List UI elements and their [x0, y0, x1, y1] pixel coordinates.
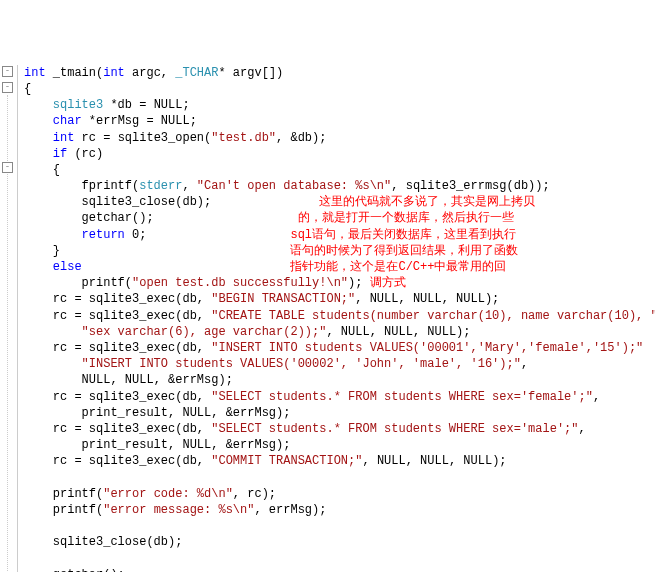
code-text: ,: [398, 292, 412, 306]
code-text: ,: [413, 325, 427, 339]
string: "SELECT students.* FROM students WHERE s…: [211, 390, 593, 404]
comment: 调方式: [370, 276, 406, 290]
null: NULL: [125, 373, 154, 387]
code-text: ,: [326, 325, 340, 339]
code-text: ;: [190, 114, 197, 128]
code-text: rc = sqlite3_exec(db,: [24, 309, 211, 323]
code-text: );: [485, 292, 499, 306]
code-text: rc = sqlite3_exec(db,: [24, 422, 211, 436]
null: NULL: [420, 454, 449, 468]
code-text: [24, 228, 82, 242]
keyword: int: [53, 131, 75, 145]
code-text: *db =: [103, 98, 153, 112]
code-text: , &db);: [276, 131, 326, 145]
code-text: , &errMsg);: [154, 373, 233, 387]
string: "INSERT INTO students VALUES('00002', 'J…: [24, 357, 521, 371]
ident: stderr: [139, 179, 182, 193]
fold-box[interactable]: -: [2, 162, 13, 173]
null: NULL: [456, 292, 485, 306]
code-text: ,: [449, 454, 463, 468]
string: "INSERT INTO students VALUES('00001','Ma…: [211, 341, 643, 355]
code-text: , errMsg);: [254, 503, 326, 517]
code-text: [24, 147, 53, 161]
code-text: {: [24, 163, 60, 177]
keyword: if: [53, 147, 67, 161]
code-text: getchar();: [24, 568, 125, 572]
code-text: rc = sqlite3_exec(db,: [24, 454, 211, 468]
code-text: printf(: [24, 503, 103, 517]
keyword: return: [82, 228, 125, 242]
code-text: sqlite3: [24, 98, 103, 112]
code-text: ,: [182, 179, 196, 193]
null: NULL: [370, 292, 399, 306]
null: NULL: [341, 325, 370, 339]
code-text: rc = sqlite3_exec(db,: [24, 292, 211, 306]
code-text: ;: [182, 98, 189, 112]
code-text: 0;: [125, 228, 147, 242]
string: "error code: %d\n": [103, 487, 233, 501]
string: "test.db": [211, 131, 276, 145]
code-text: rc = sqlite3_open(: [74, 131, 211, 145]
code-text: }: [24, 244, 60, 258]
code-text: [24, 260, 53, 274]
null: NULL: [377, 454, 406, 468]
null: NULL: [182, 438, 211, 452]
code-text: getchar();: [24, 211, 154, 225]
string: "error message: %s\n": [103, 503, 254, 517]
code-text: printf(: [24, 276, 132, 290]
code-text: print_result,: [24, 406, 182, 420]
string: "BEGIN TRANSACTION;": [211, 292, 355, 306]
null: NULL: [161, 114, 190, 128]
comment: 这里的代码就不多说了，其实是网上拷贝: [319, 195, 535, 209]
keyword: int: [103, 66, 125, 80]
code-text: , &errMsg);: [211, 406, 290, 420]
code-text: );: [348, 276, 362, 290]
code-text: ,: [362, 454, 376, 468]
code-text: rc = sqlite3_exec(db,: [24, 390, 211, 404]
code-text: ,: [406, 454, 420, 468]
null: NULL: [427, 325, 456, 339]
fold-box[interactable]: -: [2, 66, 13, 77]
comment: 指针功能，这个是在C/C++中最常用的回: [290, 260, 506, 274]
code-text: ,: [355, 292, 369, 306]
keyword: int: [24, 66, 46, 80]
code-text: , &errMsg);: [211, 438, 290, 452]
string: "COMMIT TRANSACTION;": [211, 454, 362, 468]
code-text: );: [492, 454, 506, 468]
code-text: [24, 373, 82, 387]
code-text: ,: [593, 390, 600, 404]
code-text: argc,: [125, 66, 175, 80]
code-text: , sqlite3_errmsg(db));: [391, 179, 549, 193]
fold-box[interactable]: -: [2, 82, 13, 93]
code-text: print_result,: [24, 438, 182, 452]
code-text: *errMsg =: [82, 114, 161, 128]
string: "open test.db successfully!\n": [132, 276, 348, 290]
keyword: else: [53, 260, 82, 274]
code-text: ,: [579, 422, 586, 436]
null: NULL: [463, 454, 492, 468]
comment: 的，就是打开一个数据库，然后执行一些: [298, 211, 514, 225]
comment: 语句的时候为了得到返回结果，利用了函数: [290, 244, 518, 258]
null: NULL: [82, 373, 111, 387]
code-text: ,: [370, 325, 384, 339]
code-text: printf(: [24, 487, 103, 501]
string: "sex varchar(6), age varchar(2));": [24, 325, 326, 339]
comment: sql语句，最后关闭数据库，这里看到执行: [290, 228, 516, 242]
fold-gutter: - - -: [0, 65, 18, 572]
keyword: char: [53, 114, 82, 128]
code-editor[interactable]: - - - int _tmain(int argc, _TCHAR* argv[…: [0, 65, 655, 572]
string: "CREATE TABLE students(number varchar(10…: [211, 309, 655, 323]
code-text: sqlite3_close(db);: [24, 195, 211, 209]
null: NULL: [154, 98, 183, 112]
code-text: );: [456, 325, 470, 339]
code-text: , rc);: [233, 487, 276, 501]
code-text: (rc): [67, 147, 103, 161]
null: NULL: [384, 325, 413, 339]
code-text: ,: [521, 357, 528, 371]
string: "Can't open database: %s\n": [197, 179, 391, 193]
null: NULL: [182, 406, 211, 420]
code-text: ,: [110, 373, 124, 387]
null: NULL: [413, 292, 442, 306]
code-text: fprintf(: [24, 179, 139, 193]
code-area[interactable]: int _tmain(int argc, _TCHAR* argv[]) { s…: [18, 65, 655, 572]
